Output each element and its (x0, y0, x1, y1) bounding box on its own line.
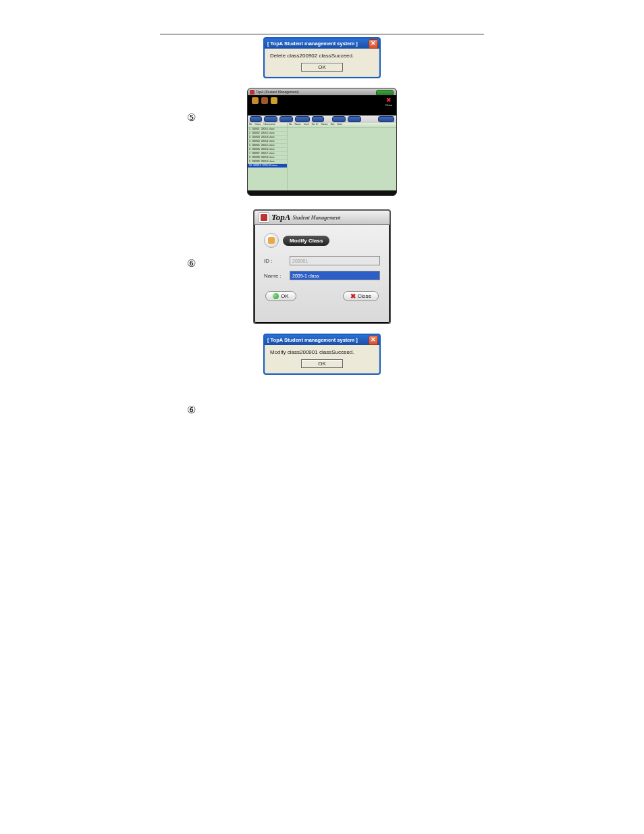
close-x-icon: ✖ (350, 293, 356, 299)
toolbar-btn-2[interactable] (264, 116, 277, 122)
modify-titlebar[interactable]: TopA Student Management (254, 211, 390, 225)
name-field[interactable]: 2009-1 class (290, 271, 380, 280)
name-row: Name : 2009-1 class (264, 271, 380, 280)
delete-success-dialog: [ TopA Student management system ] ✕ Del… (263, 37, 381, 78)
topa-app-window: TopA (Student Management) ✖ Close (247, 88, 397, 196)
toolbar-btn-5[interactable] (312, 116, 324, 122)
dialog-message: Modify class200901 classSucceed. (270, 349, 374, 355)
brand-small: Student Management (292, 215, 340, 221)
class-list-header: No Class Classname (248, 123, 287, 128)
topa-logo-icon (250, 90, 254, 95)
ok-label: OK (281, 293, 289, 299)
ok-button[interactable]: OK (301, 63, 343, 72)
toolbar-btn-6[interactable] (332, 116, 346, 122)
app-titlebar[interactable]: TopA (Student Management) (248, 88, 396, 95)
close-label: Close (358, 293, 371, 299)
toolbar-btn-3[interactable] (279, 116, 293, 122)
close-button[interactable]: ✖ Close (343, 291, 379, 301)
class-list[interactable]: No Class Classname 1 200901 2009-1 class… (248, 123, 288, 190)
toolbar-btn-7[interactable] (348, 116, 361, 122)
home-icon (264, 233, 279, 248)
detail-grid[interactable]: No Name Card Set 1# Status Sex Date (288, 123, 396, 190)
name-label: Name : (264, 273, 284, 279)
id-field: 200901 (290, 256, 380, 265)
step-marker-6a: ⑥ (187, 257, 196, 269)
col-no: No (249, 123, 252, 127)
app-iconbar: ✖ Close (248, 95, 396, 115)
dialog-titlebar[interactable]: [ TopA Student management system ] ✕ (265, 335, 379, 345)
top-rule (160, 34, 484, 34)
app-title: TopA (Student Management) (256, 90, 299, 94)
dialog-title: [ TopA Student management system ] (267, 41, 358, 47)
close-icon[interactable]: ✕ (369, 336, 378, 345)
check-icon (273, 293, 279, 299)
name-value: 2009-1 class (292, 273, 319, 278)
toolbar-icon-c[interactable] (271, 97, 277, 104)
step-marker-5: ⑤ (187, 111, 196, 124)
app-close-label: Close (385, 103, 392, 107)
ok-button[interactable]: OK (301, 359, 343, 368)
modify-chip-label: Modify Class (283, 236, 329, 246)
id-row: ID : 200901 (264, 256, 380, 265)
toolbar-btn-4[interactable] (295, 116, 310, 122)
table-row-selected[interactable]: 10 200910 2009-10 class (248, 164, 287, 168)
toolbar-btn-1[interactable] (250, 116, 262, 122)
modify-success-dialog: [ TopA Student management system ] ✕ Mod… (263, 334, 381, 375)
brand-big: TopA (271, 212, 290, 223)
ok-button[interactable]: OK (265, 291, 296, 301)
toolbar-icon-b[interactable] (261, 97, 268, 104)
detail-grid-header: No Name Card Set 1# Status Sex Date (288, 123, 396, 128)
col-class: Class (254, 123, 261, 127)
app-close-button[interactable]: ✖ Close (385, 97, 392, 107)
topa-logo-icon (259, 212, 269, 223)
toolbar-icon-a[interactable] (252, 97, 259, 104)
col-classname: Classname (263, 123, 275, 127)
dialog-message: Delete class200902 classSucceed. (270, 53, 374, 59)
app-button-row (248, 115, 396, 123)
step-marker-6b: ⑥ (187, 404, 196, 416)
dialog-title: [ TopA Student management system ] (267, 337, 358, 343)
modify-chip: Modify Class (264, 233, 380, 248)
modify-class-panel: TopA Student Management Modify Class ID … (253, 209, 391, 324)
toolbar-btn-8[interactable] (378, 116, 394, 122)
close-x-icon: ✖ (385, 97, 392, 103)
app-grid: No Class Classname 1 200901 2009-1 class… (248, 123, 396, 190)
id-label: ID : (264, 258, 284, 264)
close-icon[interactable]: ✕ (369, 39, 378, 49)
dialog-titlebar[interactable]: [ TopA Student management system ] ✕ (265, 38, 379, 49)
id-value: 200901 (292, 259, 308, 263)
